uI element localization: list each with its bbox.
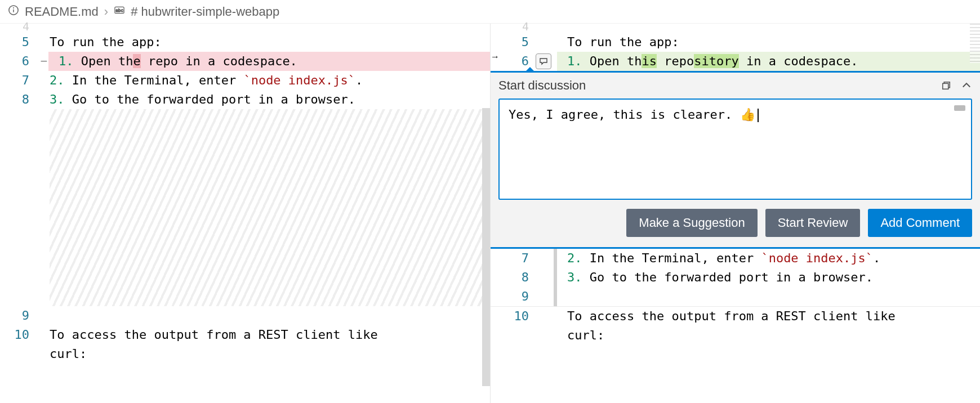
- line-number: 8: [506, 268, 533, 287]
- code-line[interactable]: 5 To run the app:: [0, 33, 490, 52]
- svg-text:abc: abc: [115, 8, 123, 13]
- start-review-button[interactable]: Start Review: [765, 209, 861, 237]
- info-icon: [8, 5, 19, 19]
- code-text: To run the app:: [557, 33, 980, 52]
- make-suggestion-button[interactable]: Make a Suggestion: [626, 209, 757, 237]
- line-number: 10: [0, 325, 39, 344]
- discussion-pointer-icon: [524, 67, 536, 73]
- diff-arrow-icon: →: [491, 52, 506, 71]
- line-number: 7: [506, 249, 533, 268]
- diff-filler-region: [50, 109, 490, 306]
- svg-point-2: [13, 7, 14, 8]
- code-text: 1. Open the repo in a codespace.: [48, 52, 490, 71]
- code-text: To access the output from a REST client …: [557, 307, 980, 326]
- add-comment-button[interactable]: Add Comment: [868, 209, 972, 237]
- svg-rect-5: [943, 83, 948, 89]
- discussion-input[interactable]: Yes, I agree, this is clearer. 👍: [498, 98, 972, 200]
- code-text: To access the output from a REST client …: [39, 325, 490, 344]
- code-line[interactable]: 8 3. Go to the forwarded port in a brows…: [0, 90, 490, 109]
- diff-original-pane: 4 5 To run the app: 6 − 1. Open the repo…: [0, 24, 490, 403]
- code-line-added[interactable]: → 6 1. Open this repository in a codespa…: [491, 52, 980, 71]
- line-number: 7: [0, 71, 39, 90]
- breadcrumb-file[interactable]: README.md: [25, 5, 99, 19]
- code-line[interactable]: 9: [0, 306, 490, 325]
- code-line[interactable]: 8 3. Go to the forwarded port in a brows…: [491, 268, 980, 287]
- code-text: 3. Go to the forwarded port in a browser…: [39, 90, 490, 109]
- scrollbar[interactable]: [954, 105, 965, 111]
- code-line[interactable]: curl:: [491, 326, 980, 345]
- code-text: [557, 287, 980, 306]
- breadcrumb-symbol[interactable]: # hubwriter-simple-webapp: [131, 5, 279, 19]
- code-line[interactable]: 10 To access the output from a REST clie…: [491, 307, 980, 326]
- comment-icon[interactable]: [536, 53, 551, 69]
- code-text: 2. In the Terminal, enter `node index.js…: [39, 71, 490, 90]
- code-text: [39, 306, 490, 325]
- chevron-up-icon[interactable]: [961, 80, 972, 91]
- line-number: 9: [0, 306, 39, 325]
- line-number: [506, 326, 533, 345]
- scrollbar[interactable]: [482, 108, 490, 386]
- line-number: 5: [0, 33, 39, 52]
- line-number: 4: [0, 24, 39, 33]
- code-line-deleted[interactable]: 6 − 1. Open the repo in a codespace.: [0, 52, 490, 71]
- code-text: curl:: [39, 344, 490, 364]
- code-line[interactable]: 5 To run the app:: [491, 33, 980, 52]
- code-text: 2. In the Terminal, enter `node index.js…: [557, 249, 980, 268]
- code-line[interactable]: 7 2. In the Terminal, enter `node index.…: [0, 71, 490, 90]
- restore-icon[interactable]: [941, 80, 952, 91]
- code-text: 3. Go to the forwarded port in a browser…: [557, 268, 980, 287]
- line-number: 5: [506, 33, 533, 52]
- discussion-panel: Start discussion Yes, I agree, this is c…: [491, 71, 980, 249]
- code-text: 1. Open this repository in a codespace.: [557, 52, 980, 71]
- minimap[interactable]: [970, 24, 980, 63]
- line-number: 8: [0, 90, 39, 109]
- discussion-title: Start discussion: [498, 78, 932, 93]
- breadcrumb: README.md › abc # hubwriter-simple-webap…: [0, 0, 980, 24]
- text-cursor: [758, 109, 759, 122]
- line-number: [0, 344, 39, 364]
- line-number: 6: [0, 52, 39, 71]
- line-number: 4: [506, 24, 533, 33]
- symbol-string-icon: abc: [114, 5, 125, 19]
- line-number: 10: [506, 307, 533, 326]
- line-number: 9: [506, 287, 533, 306]
- code-line[interactable]: 7 2. In the Terminal, enter `node index.…: [491, 249, 980, 268]
- deletion-marker-icon: −: [39, 52, 48, 71]
- code-line[interactable]: 10 To access the output from a REST clie…: [0, 325, 490, 344]
- diff-modified-pane: 4 5 To run the app: → 6: [490, 24, 980, 403]
- code-text: curl:: [557, 326, 980, 345]
- code-text: To run the app:: [39, 33, 490, 52]
- code-line[interactable]: 4: [491, 24, 980, 33]
- chevron-right-icon: ›: [104, 5, 108, 19]
- code-line[interactable]: curl:: [0, 344, 490, 364]
- code-line[interactable]: 9: [491, 287, 980, 306]
